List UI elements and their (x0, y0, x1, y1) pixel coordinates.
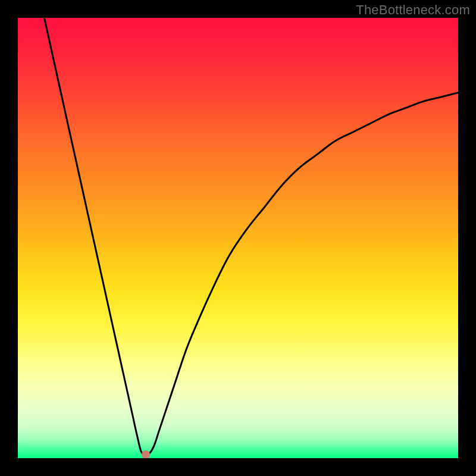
bottleneck-curve (44, 18, 458, 455)
curve-svg (18, 18, 458, 458)
minimum-marker-dot (142, 450, 150, 458)
plot-area (18, 18, 458, 458)
chart-frame: TheBottleneck.com (0, 0, 476, 476)
watermark-text: TheBottleneck.com (356, 2, 470, 18)
